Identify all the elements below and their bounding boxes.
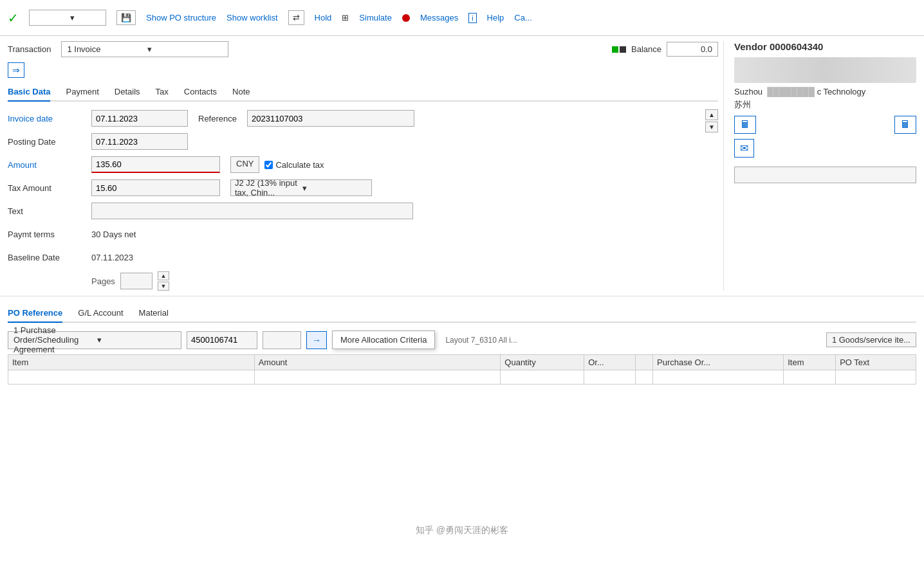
- cancel-link[interactable]: Ca...: [514, 13, 531, 23]
- transaction-value: 1 Invoice: [67, 44, 142, 54]
- currency-box[interactable]: CNY: [230, 156, 259, 173]
- currency-area: CNY Calculate tax: [230, 156, 324, 173]
- check-button[interactable]: ✓: [8, 10, 19, 26]
- pages-input[interactable]: [120, 273, 152, 289]
- transaction-row: Transaction 1 Invoice ▾ Balance 0.0: [8, 41, 718, 57]
- calculate-tax-row: Calculate tax: [264, 160, 324, 170]
- tab-payment[interactable]: Payment: [66, 83, 98, 102]
- th-quantity: Quantity: [501, 355, 584, 370]
- td-po-text: [836, 370, 916, 385]
- paymt-terms-value: 30 Days net: [91, 230, 136, 239]
- calculate-tax-checkbox[interactable]: [264, 161, 273, 169]
- table-row: [8, 370, 916, 385]
- balance-indicator: [612, 46, 626, 53]
- vendor-calc-btn[interactable]: 🖩: [734, 116, 756, 134]
- balance-dot-green: [612, 46, 618, 53]
- th-po-text: PO Text: [836, 355, 916, 370]
- transfer-button[interactable]: ⇄: [288, 10, 304, 25]
- vendor-mail-btn[interactable]: ✉: [734, 139, 754, 158]
- td-amount-input[interactable]: [259, 372, 497, 382]
- info-icon[interactable]: i: [468, 13, 476, 23]
- tax-code-dropdown[interactable]: J2 J2 (13% input tax, Chin... ▾: [230, 179, 372, 196]
- invoice-date-label: Invoice date: [8, 114, 91, 123]
- right-panel: Vendor 0000604340 Suzhou ████████ c Tech…: [723, 41, 916, 291]
- document-icon-btn[interactable]: ⇒: [8, 62, 24, 78]
- hold-link[interactable]: Hold: [315, 13, 332, 23]
- vendor-city: 苏州: [734, 99, 916, 111]
- reference-label: Reference: [198, 114, 237, 123]
- tab-tax[interactable]: Tax: [156, 83, 169, 102]
- baseline-date-row: Baseline Date 07.11.2023: [8, 248, 718, 266]
- td-item: [8, 370, 255, 385]
- toolbar: ✓ ▾ 💾 Show PO structure Show worklist ⇄ …: [0, 0, 924, 36]
- po-small-input[interactable]: [263, 331, 301, 349]
- th-or: Or...: [584, 355, 635, 370]
- invoice-date-input[interactable]: [91, 110, 188, 127]
- vendor-title: Vendor 0000604340: [734, 41, 916, 52]
- text-input[interactable]: [91, 203, 413, 219]
- calculate-tax-label: Calculate tax: [275, 160, 324, 170]
- tab-basic-data[interactable]: Basic Data: [8, 83, 50, 102]
- po-type-arrow: ▾: [97, 335, 176, 345]
- transaction-select[interactable]: 1 Invoice ▾: [61, 41, 228, 57]
- tax-amount-input[interactable]: [91, 179, 220, 196]
- simulate-link[interactable]: Simulate: [359, 13, 392, 23]
- td-amount: [254, 370, 501, 385]
- save-button[interactable]: 💾: [116, 10, 136, 25]
- tab-po-reference[interactable]: PO Reference: [8, 304, 62, 323]
- amount-row: Amount CNY Calculate tax: [8, 156, 718, 174]
- scroll-arrows: ▲ ▼: [705, 109, 718, 132]
- goods-badge: 1 Goods/service ite...: [826, 332, 916, 347]
- vendor-name-blurred: ████████: [767, 87, 815, 96]
- main-panel: Transaction 1 Invoice ▾ Balance 0.0 ⇒ Ba…: [0, 36, 924, 296]
- paymt-terms-label: Paymt terms: [8, 230, 91, 239]
- tax-amount-row: Tax Amount J2 J2 (13% input tax, Chin...…: [8, 179, 718, 197]
- tab-material[interactable]: Material: [139, 304, 169, 323]
- reference-input[interactable]: [247, 110, 414, 127]
- posting-date-label: Posting Date: [8, 137, 91, 147]
- toolbar-dropdown-arrow: ▾: [70, 13, 100, 23]
- vendor-text-input[interactable]: [734, 167, 916, 183]
- help-link[interactable]: Help: [487, 13, 504, 23]
- scroll-down[interactable]: ▼: [705, 122, 718, 132]
- pages-row: Pages ▲ ▼: [8, 271, 718, 291]
- scroll-up[interactable]: ▲: [705, 109, 718, 120]
- vendor-name: Suzhou ████████ c Technology: [734, 87, 916, 96]
- td-icon: [635, 370, 652, 385]
- vendor-image: [734, 57, 916, 83]
- tab-contacts[interactable]: Contacts: [184, 83, 217, 102]
- basic-data-form: ▲ ▼ Invoice date Reference Posting Date …: [8, 109, 718, 291]
- tab-gl-account[interactable]: G/L Account: [78, 304, 123, 323]
- pages-up[interactable]: ▲: [158, 271, 169, 280]
- td-item2: [784, 370, 836, 385]
- po-number-input[interactable]: [187, 331, 257, 349]
- text-label: Text: [8, 206, 91, 216]
- form-tabs: Basic Data Payment Details Tax Contacts …: [8, 83, 718, 102]
- baseline-date-value: 07.11.2023: [91, 253, 133, 262]
- messages-dot: [402, 14, 410, 22]
- allocation-tooltip: More Allocation Criteria: [332, 331, 435, 349]
- td-item-input[interactable]: [12, 372, 250, 382]
- messages-link[interactable]: Messages: [420, 13, 458, 23]
- tab-details[interactable]: Details: [115, 83, 140, 102]
- po-type-select[interactable]: 1 Purchase Order/Scheduling Agreement ▾: [8, 331, 181, 349]
- layout-label: Layout 7_6310 All i...: [445, 336, 517, 345]
- icon-row: ⇒: [8, 62, 718, 78]
- vendor-calc-btn-2[interactable]: 🖩: [894, 116, 916, 134]
- posting-date-row: Posting Date: [8, 132, 718, 150]
- th-amount: Amount: [254, 355, 501, 370]
- show-po-structure-link[interactable]: Show PO structure: [146, 13, 216, 23]
- balance-dot-dark: [620, 46, 626, 53]
- tax-code-value: J2 J2 (13% input tax, Chin...: [235, 178, 300, 197]
- show-worklist-link[interactable]: Show worklist: [226, 13, 277, 23]
- amount-input[interactable]: [91, 156, 220, 173]
- tax-amount-label: Tax Amount: [8, 183, 91, 193]
- pages-down[interactable]: ▼: [158, 282, 169, 291]
- toolbar-dropdown[interactable]: ▾: [29, 10, 106, 26]
- po-arrow-button[interactable]: →: [306, 331, 327, 349]
- tab-note[interactable]: Note: [232, 83, 250, 102]
- transfer-icon: ⇄: [293, 13, 300, 23]
- tax-code-area: J2 J2 (13% input tax, Chin... ▾: [230, 179, 372, 196]
- posting-date-input[interactable]: [91, 133, 188, 150]
- paymt-terms-row: Paymt terms 30 Days net: [8, 225, 718, 243]
